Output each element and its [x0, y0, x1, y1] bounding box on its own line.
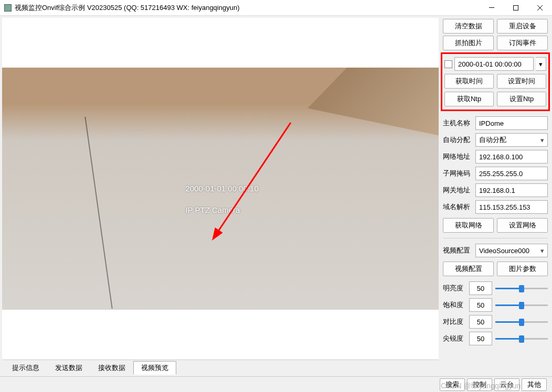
app-icon: [4, 4, 12, 12]
minimize-icon: [489, 7, 494, 8]
maximize-button[interactable]: [504, 0, 528, 16]
other-tab-button[interactable]: 其他: [522, 378, 547, 391]
get-ntp-button[interactable]: 获取Ntp: [444, 92, 494, 106]
video-source-select[interactable]: VideoSource000: [475, 244, 548, 257]
bottom-bar: CSDN @feiyangqingyun 搜索 控制 云台 其他: [0, 376, 552, 392]
ip-input[interactable]: 192.168.0.100: [475, 150, 548, 164]
brightness-label: 明亮度: [443, 284, 466, 293]
get-network-button[interactable]: 获取网络: [443, 218, 494, 233]
clear-data-button[interactable]: 清空数据: [443, 19, 494, 34]
datetime-dropdown-button[interactable]: ▾: [536, 57, 546, 71]
osd-camera-name: IP PTZ Camera: [185, 205, 240, 214]
window-title: 视频监控Onvif综合示例 V20230525 (QQ: 517216493 W…: [15, 3, 480, 13]
close-icon: [537, 5, 543, 10]
set-time-button[interactable]: 设置时间: [497, 74, 546, 89]
contrast-value[interactable]: 50: [469, 315, 492, 329]
search-tab-button[interactable]: 搜索: [440, 378, 465, 391]
maximize-icon: [513, 5, 518, 10]
video-frame[interactable]: 2000-01-01 00:00:10 IP PTZ Camera: [2, 68, 439, 310]
tab-preview[interactable]: 视频预览: [133, 361, 176, 375]
highlighted-section: 2000-01-01 00:00:00 ▾ 获取时间 设置时间 获取Ntp 设置…: [441, 52, 550, 111]
sharpness-label: 尖锐度: [443, 334, 466, 343]
dns-input[interactable]: 115.153.255.153: [475, 200, 548, 214]
restart-device-button[interactable]: 重启设备: [497, 19, 548, 34]
close-button[interactable]: [528, 0, 552, 16]
host-name-input[interactable]: IPDome: [475, 116, 548, 130]
auto-assign-select[interactable]: 自动分配: [475, 133, 548, 147]
contrast-label: 对比度: [443, 317, 466, 326]
svg-line-2: [217, 123, 291, 233]
tab-send[interactable]: 发送数据: [47, 361, 90, 375]
titlebar: 视频监控Onvif综合示例 V20230525 (QQ: 517216493 W…: [0, 0, 552, 16]
ip-label: 网络地址: [443, 152, 473, 161]
datetime-input[interactable]: 2000-01-01 00:00:00: [454, 57, 534, 71]
get-time-button[interactable]: 获取时间: [444, 74, 494, 89]
host-name-label: 主机名称: [443, 118, 473, 128]
tab-recv[interactable]: 接收数据: [90, 361, 133, 375]
video-area: 2000-01-01 00:00:10 IP PTZ Camera: [2, 18, 439, 360]
mask-input[interactable]: 255.255.255.0: [475, 167, 548, 180]
brightness-value[interactable]: 50: [469, 281, 492, 295]
datetime-checkbox[interactable]: [444, 60, 452, 68]
right-pane: 清空数据 重启设备 抓拍图片 订阅事件 2000-01-01 00:00:00 …: [441, 16, 552, 376]
svg-rect-1: [514, 5, 518, 10]
sharpness-value[interactable]: 50: [469, 332, 492, 345]
chevron-down-icon: ▾: [539, 60, 543, 68]
brightness-slider[interactable]: [495, 283, 548, 293]
video-config-button[interactable]: 视频配置: [443, 262, 494, 276]
osd-timestamp: 2000-01-01 00:00:10: [185, 184, 258, 193]
divider: [443, 238, 548, 238]
left-pane: 2000-01-01 00:00:10 IP PTZ Camera 提示信息 发…: [0, 16, 441, 376]
tab-bar: 提示信息 发送数据 接收数据 视频预览: [2, 360, 439, 374]
sharpness-slider[interactable]: [495, 333, 548, 344]
gateway-input[interactable]: 192.168.0.1: [475, 183, 548, 197]
auto-assign-label: 自动分配: [443, 135, 473, 145]
mask-label: 子网掩码: [443, 169, 473, 178]
saturation-slider[interactable]: [495, 300, 548, 310]
set-network-button[interactable]: 设置网络: [497, 218, 548, 233]
gateway-label: 网关地址: [443, 186, 473, 195]
set-ntp-button[interactable]: 设置Ntp: [497, 92, 546, 106]
video-config-label: 视频配置: [443, 246, 473, 255]
tab-info[interactable]: 提示信息: [4, 361, 47, 375]
saturation-label: 饱和度: [443, 300, 466, 310]
control-tab-button[interactable]: 控制: [467, 378, 492, 391]
ptz-tab-button[interactable]: 云台: [494, 378, 519, 391]
dns-label: 域名解析: [443, 202, 473, 212]
minimize-button[interactable]: [480, 0, 504, 16]
saturation-value[interactable]: 50: [469, 298, 492, 312]
snapshot-button[interactable]: 抓拍图片: [443, 36, 494, 50]
svg-rect-0: [489, 7, 494, 8]
subscribe-event-button[interactable]: 订阅事件: [497, 36, 548, 50]
contrast-slider[interactable]: [495, 317, 548, 327]
image-params-button[interactable]: 图片参数: [497, 262, 548, 276]
